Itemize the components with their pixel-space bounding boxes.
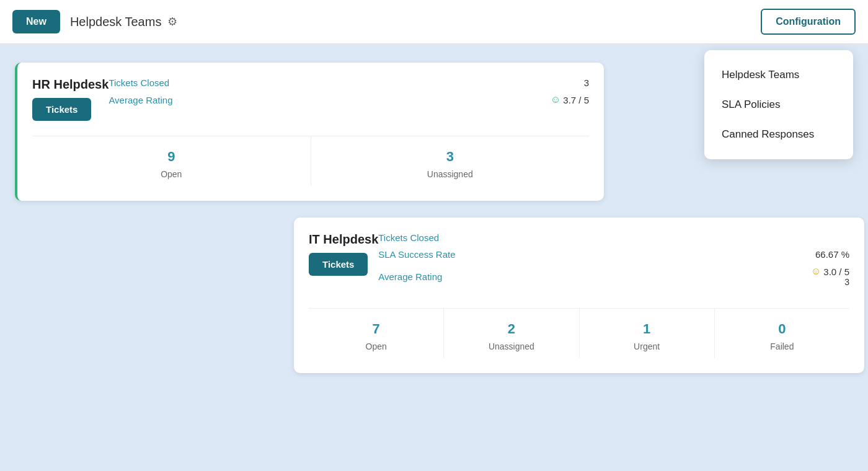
hr-average-rating-value: ☺ 3.7 / 5 (551, 94, 589, 105)
smiley-green-icon: ☺ (551, 94, 560, 105)
it-open-stat[interactable]: 7 Open (309, 309, 444, 358)
hr-open-label: Open (161, 169, 182, 179)
smiley-yellow-icon: ☺ (811, 266, 821, 277)
it-unassigned-label: Unassigned (489, 341, 534, 351)
it-card-title: IT Helpdesk (309, 232, 378, 247)
it-urgent-label: Urgent (634, 341, 660, 351)
it-tickets-button[interactable]: Tickets (309, 253, 368, 276)
it-helpdesk-card: IT Helpdesk Tickets Tickets Closed SLA S… (294, 218, 864, 373)
toolbar: New Helpdesk Teams ⚙ Configuration (0, 0, 868, 44)
hr-tickets-button[interactable]: Tickets (32, 98, 91, 121)
it-failed-stat[interactable]: 0 Failed (715, 309, 849, 358)
it-open-label: Open (366, 341, 387, 351)
it-average-rating-row: Average Rating ☺ 3.0 / 5 3 (378, 266, 849, 287)
hr-open-number: 9 (38, 149, 304, 165)
hr-card-title: HR Helpdesk (32, 77, 108, 92)
it-urgent-stat[interactable]: 1 Urgent (580, 309, 715, 358)
configuration-button[interactable]: Configuration (761, 9, 856, 35)
hr-tickets-closed-label: Tickets Closed (108, 77, 169, 88)
page-title-text: Helpdesk Teams (70, 15, 161, 29)
new-button[interactable]: New (12, 10, 60, 33)
hr-unassigned-stat[interactable]: 3 Unassigned (311, 136, 590, 186)
hr-card-stats: Tickets Closed 3 Average Rating ☺ 3.7 / … (108, 77, 589, 112)
it-failed-number: 0 (721, 321, 843, 337)
hr-average-rating-row: Average Rating ☺ 3.7 / 5 (108, 94, 589, 105)
hr-rating-text: 3.7 / 5 (563, 95, 589, 105)
it-open-number: 7 (315, 321, 437, 337)
it-card-stats: Tickets Closed SLA Success Rate 66.67 % … (378, 232, 849, 293)
it-card-footer: 7 Open 2 Unassigned 1 Urgent 0 Failed (309, 308, 849, 358)
dropdown-item-sla-policies[interactable]: SLA Policies (704, 90, 853, 120)
it-sla-success-row: SLA Success Rate 66.67 % (378, 249, 849, 260)
it-average-rating-value: ☺ 3.0 / 5 (811, 266, 849, 277)
it-rating-text: 3.0 / 5 (823, 266, 849, 277)
hr-unassigned-number: 3 (317, 149, 583, 165)
gear-icon[interactable]: ⚙ (167, 15, 177, 29)
it-rating-count: 3 (844, 277, 849, 287)
it-tickets-closed-label: Tickets Closed (378, 232, 439, 243)
hr-card-header: HR Helpdesk Tickets Tickets Closed 3 Ave… (32, 77, 589, 121)
dropdown-item-helpdesk-teams[interactable]: Helpdesk Teams (704, 60, 853, 90)
it-sla-success-value: 66.67 % (815, 249, 849, 260)
it-unassigned-number: 2 (450, 321, 572, 337)
it-tickets-closed-row: Tickets Closed (378, 232, 849, 243)
hr-tickets-closed-row: Tickets Closed 3 (108, 77, 589, 88)
main-content: Helpdesk Teams SLA Policies Canned Respo… (0, 44, 868, 471)
hr-average-rating-label: Average Rating (108, 95, 172, 105)
page-title: Helpdesk Teams ⚙ (70, 15, 761, 29)
it-sla-success-label: SLA Success Rate (378, 249, 455, 260)
hr-unassigned-label: Unassigned (427, 169, 473, 179)
configuration-dropdown: Helpdesk Teams SLA Policies Canned Respo… (704, 50, 853, 159)
it-unassigned-stat[interactable]: 2 Unassigned (444, 309, 579, 358)
it-urgent-number: 1 (586, 321, 708, 337)
it-card-header: IT Helpdesk Tickets Tickets Closed SLA S… (309, 232, 849, 293)
it-failed-label: Failed (770, 341, 794, 351)
it-average-rating-label: Average Rating (378, 271, 442, 282)
dropdown-item-canned-responses[interactable]: Canned Responses (704, 120, 853, 149)
hr-tickets-closed-value: 3 (584, 77, 589, 88)
hr-helpdesk-card: HR Helpdesk Tickets Tickets Closed 3 Ave… (15, 63, 604, 201)
hr-open-stat[interactable]: 9 Open (32, 136, 311, 186)
hr-card-footer: 9 Open 3 Unassigned (32, 136, 589, 186)
